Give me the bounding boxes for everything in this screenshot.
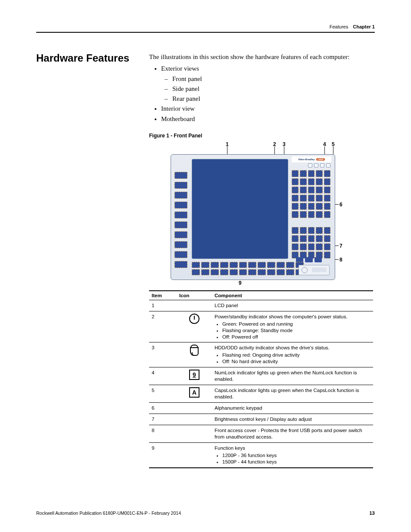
component-text: Brightness control keys / Display auto a… — [215, 416, 371, 423]
numlock-indicator-icon — [320, 163, 324, 168]
table-row: 8Front access cover - Protects the front… — [149, 425, 373, 442]
cell-component: NumLock indicator lights up green when t… — [212, 367, 373, 385]
numlock-icon: 9 — [189, 370, 199, 380]
component-text: Function keys — [215, 445, 371, 451]
lcd-panel — [192, 159, 288, 259]
cell-icon — [177, 442, 212, 467]
cell-icon: A — [177, 385, 212, 403]
list-item: Rear panel — [172, 94, 375, 104]
component-sublist: Green: Powered on and runningFlashing or… — [222, 321, 371, 340]
list-item: 1200P - 36 function keys — [222, 452, 371, 459]
sub-list: Front panel Side panel Rear panel — [172, 74, 375, 104]
cell-item: 9 — [149, 442, 177, 467]
list-item: Front panel — [172, 74, 375, 84]
page-footer: Rockwell Automation Publication 6180P-UM… — [36, 510, 375, 516]
brand-model-pill: 1500P — [316, 158, 325, 161]
list-item: Motherboard — [161, 114, 375, 124]
cell-item: 8 — [149, 425, 177, 442]
component-text: LCD panel — [215, 302, 371, 309]
header-section: Features — [330, 24, 348, 29]
keypad-gap — [292, 222, 330, 225]
feature-list: Exterior views Front panel Side panel Re… — [161, 64, 375, 124]
cell-component: Brightness control keys / Display auto a… — [212, 414, 373, 425]
table-row: 5ACapsLock indicator lights up green whe… — [149, 385, 373, 403]
component-text: Alphanumeric keypad — [215, 405, 371, 411]
list-item: Side panel — [172, 84, 375, 94]
function-keys-left — [174, 172, 187, 268]
page: Features Chapter 1 Hardware Features The… — [0, 0, 411, 532]
col-item: Item — [149, 291, 177, 300]
function-keys-bottom — [192, 262, 304, 275]
table-row: 3HDD/ODD activity indicator shows the dr… — [149, 342, 373, 367]
cell-icon — [177, 300, 212, 311]
table-row: 1LCD panel — [149, 300, 373, 311]
list-text: Exterior views — [161, 65, 199, 72]
col-icon: Icon — [177, 291, 212, 300]
cell-item: 1 — [149, 300, 177, 311]
header-chapter: Chapter 1 — [353, 24, 375, 29]
capslock-icon: A — [189, 387, 199, 398]
intro-text: The illustrations in this section show t… — [149, 53, 375, 61]
figure-front-panel: 1 2 3 4 5 6 7 8 9 — [149, 141, 373, 285]
cell-icon — [177, 311, 212, 342]
callout-7: 7 — [339, 243, 342, 249]
list-item: Green: Powered on and running — [222, 321, 371, 327]
cell-component: Front access cover - Protects the front … — [212, 425, 373, 442]
cell-item: 3 — [149, 342, 177, 367]
cell-icon — [177, 342, 212, 367]
content-row: Hardware Features The illustrations in t… — [36, 53, 375, 468]
cell-component: Alphanumeric keypad — [212, 403, 373, 414]
body-column: The illustrations in this section show t… — [149, 53, 375, 468]
components-table: Item Icon Component 1LCD panel2Power/sta… — [149, 290, 373, 468]
component-text: Power/standby indicator shows the comput… — [215, 314, 371, 320]
table-header-row: Item Icon Component — [149, 291, 373, 300]
figure-caption: Figure 1 - Front Panel — [149, 133, 375, 139]
component-text: CapsLock indicator lights up green when … — [215, 387, 371, 400]
cell-item: 5 — [149, 385, 177, 403]
cell-item: 6 — [149, 403, 177, 414]
cell-icon — [177, 414, 212, 425]
cell-icon — [177, 425, 212, 442]
front-access-cover — [299, 265, 330, 275]
col-component: Component — [212, 291, 373, 300]
callout-8: 8 — [339, 257, 342, 263]
component-sublist: 1200P - 36 function keys1500P - 44 funct… — [222, 452, 371, 465]
table-row: 49NumLock indicator lights up green when… — [149, 367, 373, 385]
publication-line: Rockwell Automation Publication 6180P-UM… — [36, 510, 181, 516]
callout-9: 9 — [239, 280, 242, 286]
drive-indicator-icon — [314, 163, 318, 168]
list-item: 1500P - 44 function keys — [222, 459, 371, 465]
list-item: Flashing red: Ongoing drive activity — [222, 352, 371, 358]
cell-item: 7 — [149, 414, 177, 425]
running-header: Features Chapter 1 — [36, 24, 375, 33]
indicator-row — [293, 163, 330, 168]
table-row: 2Power/standby indicator shows the compu… — [149, 311, 373, 342]
alphanumeric-keypad-bottom — [292, 227, 330, 258]
brand-text: Allen-Bradley — [298, 158, 315, 161]
table-row: 9Function keys1200P - 36 function keys15… — [149, 442, 373, 467]
power-icon — [189, 314, 199, 324]
list-item: Off: No hard drive activity — [222, 358, 371, 365]
cell-component: HDD/ODD activity indicator shows the dri… — [212, 342, 373, 367]
list-item: Flashing orange: Standby mode — [222, 327, 371, 334]
callout-6: 6 — [339, 202, 342, 208]
cell-component: LCD panel — [212, 300, 373, 311]
side-heading: Hardware Features — [36, 53, 149, 468]
component-text: HDD/ODD activity indicator shows the dri… — [215, 345, 371, 351]
alphanumeric-keypad-top — [292, 170, 330, 218]
page-number: 13 — [369, 510, 375, 516]
list-item: Interior view — [161, 104, 375, 114]
cell-icon: 9 — [177, 367, 212, 385]
cell-item: 4 — [149, 367, 177, 385]
brand-strip: Allen-Bradley 1500P — [292, 156, 331, 162]
component-text: Front access cover - Protects the front … — [215, 427, 371, 440]
component-text: NumLock indicator lights up green when t… — [215, 370, 371, 383]
table-row: 6Alphanumeric keypad — [149, 403, 373, 414]
cell-component: Function keys1200P - 36 function keys150… — [212, 442, 373, 467]
cell-item: 2 — [149, 311, 177, 342]
component-sublist: Flashing red: Ongoing drive activityOff:… — [222, 352, 371, 365]
list-item: Exterior views Front panel Side panel Re… — [161, 64, 375, 104]
device-panel: Allen-Bradley 1500P — [171, 154, 335, 280]
list-item: Off: Powered off — [222, 334, 371, 340]
cell-component: CapsLock indicator lights up green when … — [212, 385, 373, 403]
